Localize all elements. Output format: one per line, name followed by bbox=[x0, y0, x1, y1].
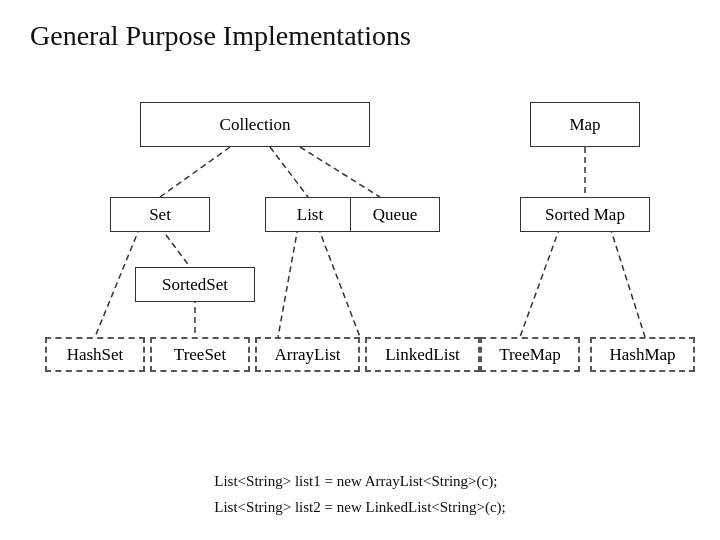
code-line-2: List<String> list2 = new LinkedList<Stri… bbox=[214, 495, 505, 521]
arraylist-box: ArrayList bbox=[255, 337, 360, 372]
queue-box: Queue bbox=[350, 197, 440, 232]
svg-line-5 bbox=[95, 227, 140, 337]
set-box: Set bbox=[110, 197, 210, 232]
svg-line-2 bbox=[300, 147, 380, 197]
collection-box: Collection bbox=[140, 102, 370, 147]
page: General Purpose Implementations bbox=[0, 0, 720, 540]
code-block: List<String> list1 = new ArrayList<Strin… bbox=[214, 469, 505, 520]
map-box: Map bbox=[530, 102, 640, 147]
linkedlist-box: LinkedList bbox=[365, 337, 480, 372]
svg-line-9 bbox=[520, 227, 560, 337]
treeset-box: TreeSet bbox=[150, 337, 250, 372]
code-line-1: List<String> list1 = new ArrayList<Strin… bbox=[214, 469, 505, 495]
hashset-box: HashSet bbox=[45, 337, 145, 372]
svg-line-10 bbox=[610, 227, 645, 337]
sorted-set-box: SortedSet bbox=[135, 267, 255, 302]
svg-line-6 bbox=[278, 227, 298, 337]
list-box: List bbox=[265, 197, 355, 232]
svg-line-1 bbox=[270, 147, 308, 197]
page-title: General Purpose Implementations bbox=[30, 20, 690, 52]
svg-line-3 bbox=[160, 227, 190, 267]
treemap-box: TreeMap bbox=[480, 337, 580, 372]
sorted-map-box: Sorted Map bbox=[520, 197, 650, 232]
svg-line-0 bbox=[160, 147, 230, 197]
svg-line-7 bbox=[318, 227, 360, 337]
hashmap-box: HashMap bbox=[590, 337, 695, 372]
diagram: Collection Map Set List Queue SortedSet … bbox=[30, 82, 690, 402]
